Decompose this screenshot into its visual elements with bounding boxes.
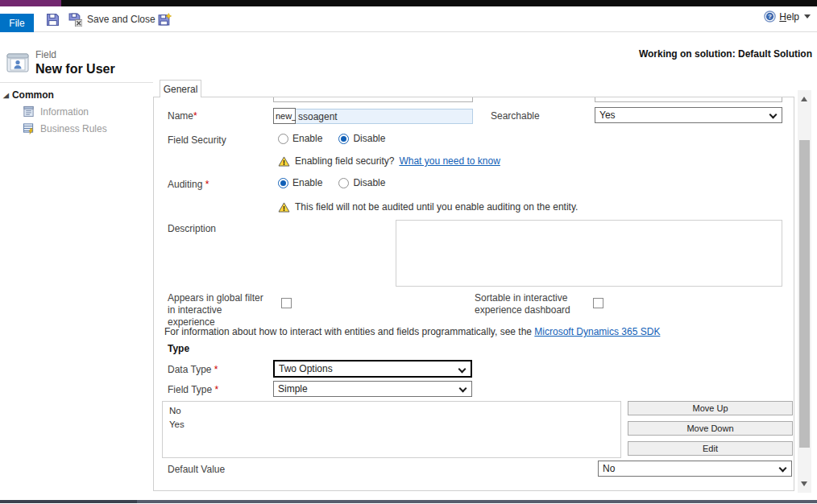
svg-text:!: ! bbox=[283, 158, 285, 166]
chevron-down-icon bbox=[459, 385, 467, 393]
name-label: Name* bbox=[168, 110, 197, 122]
field-security-disable-option[interactable]: Disable bbox=[338, 133, 385, 144]
global-filter-checkbox[interactable] bbox=[281, 298, 292, 308]
data-type-select[interactable]: Two Options bbox=[273, 360, 472, 378]
default-value-select[interactable]: No bbox=[598, 461, 792, 477]
auditing-radio-group: Enable Disable bbox=[278, 177, 395, 188]
title-strip bbox=[0, 0, 817, 6]
global-filter-label: Appears in global filter in interactive … bbox=[168, 292, 271, 328]
information-icon bbox=[23, 105, 35, 118]
sidebar-item-label: Business Rules bbox=[40, 123, 107, 134]
radio-unchecked-icon[interactable] bbox=[278, 134, 288, 144]
chevron-down-icon bbox=[779, 465, 787, 473]
sidebar-item-business-rules[interactable]: Business Rules bbox=[23, 122, 153, 134]
radio-checked-icon[interactable] bbox=[278, 178, 288, 188]
save-button[interactable] bbox=[46, 10, 60, 29]
save-and-close-label: Save and Close bbox=[87, 14, 156, 25]
searchable-label: Searchable bbox=[491, 110, 540, 122]
field-security-radio-group: Enable Disable bbox=[278, 133, 395, 144]
entity-type-label: Field bbox=[35, 49, 56, 60]
sidebar-item-label: Information bbox=[40, 106, 89, 118]
sidebar-group-common[interactable]: ◢ Common bbox=[3, 89, 153, 101]
sidebar-group-label: Common bbox=[12, 89, 54, 101]
save-and-close-button[interactable]: Save and Close bbox=[68, 10, 156, 29]
vertical-scrollbar[interactable] bbox=[798, 90, 811, 493]
field-type-select[interactable]: Simple bbox=[273, 381, 472, 397]
navigation-sidebar: ◢ Common Information Business Rules bbox=[0, 82, 153, 491]
searchable-value: Yes bbox=[599, 109, 616, 121]
warning-icon: ! bbox=[278, 202, 290, 213]
searchable-select[interactable]: Yes bbox=[595, 107, 782, 123]
clipped-field[interactable] bbox=[595, 97, 782, 102]
field-security-enable-option[interactable]: Enable bbox=[278, 133, 322, 144]
list-item[interactable]: No bbox=[163, 404, 620, 418]
help-icon: ? bbox=[764, 10, 776, 23]
brand-strip bbox=[0, 0, 61, 6]
help-label: Help bbox=[779, 11, 799, 23]
field-security-label: Field Security bbox=[168, 134, 226, 146]
auditing-label: Auditing * bbox=[168, 179, 209, 190]
svg-text:?: ? bbox=[768, 13, 772, 20]
save-icon bbox=[46, 13, 60, 27]
move-down-button[interactable]: Move Down bbox=[628, 421, 793, 436]
page-title: New for User bbox=[35, 62, 115, 76]
command-toolbar: File Save and Close bbox=[0, 6, 817, 32]
help-menu[interactable]: ? Help bbox=[764, 10, 811, 23]
sdk-note: For information about how to interact wi… bbox=[164, 326, 660, 337]
radio-checked-icon[interactable] bbox=[338, 134, 349, 144]
auditing-warning: ! This field will not be audited until y… bbox=[278, 201, 578, 213]
horizontal-scrollbar-thumb[interactable] bbox=[0, 500, 137, 503]
type-section-heading: Type bbox=[168, 343, 189, 354]
horizontal-scrollbar[interactable] bbox=[0, 500, 817, 503]
chevron-down-icon bbox=[769, 111, 778, 119]
sortable-label: Sortable in interactive experience dashb… bbox=[475, 292, 578, 316]
field-type-label: Field Type * bbox=[168, 384, 218, 395]
scrollbar-thumb[interactable] bbox=[799, 140, 810, 448]
scroll-down-arrow[interactable] bbox=[801, 481, 807, 486]
radio-unchecked-icon[interactable] bbox=[338, 178, 349, 188]
options-list[interactable]: No Yes bbox=[162, 401, 621, 458]
form-panel: Name* new_ Searchable Yes Field Security… bbox=[153, 97, 794, 491]
chevron-down-icon bbox=[458, 366, 467, 374]
svg-text:!: ! bbox=[283, 204, 285, 212]
save-and-new-button[interactable] bbox=[158, 10, 172, 29]
sidebar-item-information[interactable]: Information bbox=[23, 105, 153, 118]
auditing-disable-option[interactable]: Disable bbox=[338, 177, 385, 188]
move-up-button[interactable]: Move Up bbox=[628, 401, 793, 415]
business-rules-icon bbox=[23, 122, 35, 134]
save-and-new-icon bbox=[158, 13, 172, 27]
name-input[interactable] bbox=[296, 109, 473, 124]
warning-icon: ! bbox=[278, 156, 290, 167]
sdk-link[interactable]: Microsoft Dynamics 365 SDK bbox=[534, 326, 660, 337]
list-item[interactable]: Yes bbox=[163, 418, 620, 432]
tab-general[interactable]: General bbox=[160, 80, 201, 97]
description-textarea[interactable] bbox=[396, 220, 782, 287]
clipped-field[interactable] bbox=[273, 97, 473, 102]
app-window: File Save and Close bbox=[0, 0, 817, 504]
field-security-warning: ! Enabling field security? What you need… bbox=[278, 155, 500, 167]
scroll-up-arrow[interactable] bbox=[801, 97, 807, 101]
name-prefix-box[interactable]: new_ bbox=[273, 108, 296, 124]
collapse-triangle-icon: ◢ bbox=[3, 92, 9, 99]
chevron-down-icon bbox=[804, 14, 811, 19]
auditing-enable-option[interactable]: Enable bbox=[278, 177, 322, 188]
field-entity-icon bbox=[6, 52, 30, 76]
description-label: Description bbox=[168, 223, 216, 234]
file-tab[interactable]: File bbox=[0, 14, 34, 32]
field-security-help-link[interactable]: What you need to know bbox=[399, 155, 500, 167]
save-and-close-icon bbox=[68, 13, 82, 27]
edit-button[interactable]: Edit bbox=[628, 441, 793, 456]
data-type-label: Data Type * bbox=[168, 364, 218, 375]
working-on-solution-label: Working on solution: Default Solution bbox=[639, 48, 812, 60]
sortable-checkbox[interactable] bbox=[593, 298, 603, 308]
default-value-label: Default Value bbox=[168, 464, 225, 475]
